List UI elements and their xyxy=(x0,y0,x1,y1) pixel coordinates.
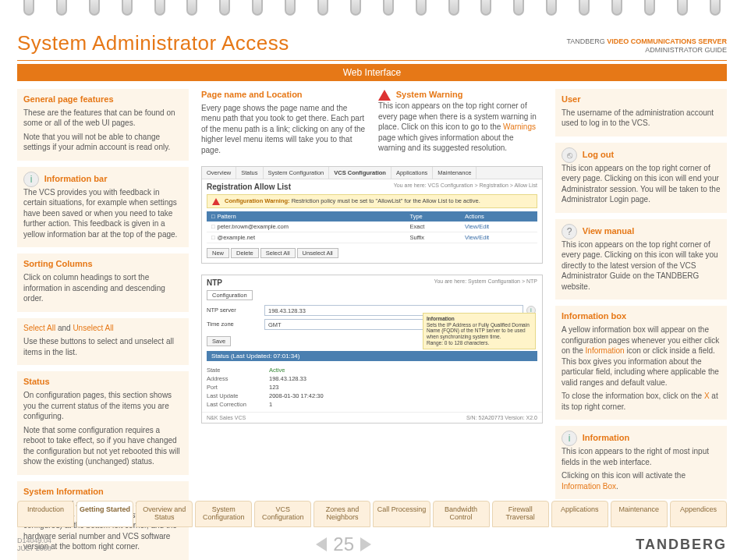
status-row: Port123 xyxy=(207,383,537,392)
link-information[interactable]: Information xyxy=(586,346,625,355)
column-header[interactable]: Actions xyxy=(460,211,537,222)
information-box: Information Sets the IP Address or Fully… xyxy=(423,313,536,349)
label-time-zone: Time zone xyxy=(207,321,261,328)
new-button[interactable]: New xyxy=(207,248,229,258)
doc-info: D14049.04JULY 2008 xyxy=(17,537,51,552)
block-page-name-location: Page name and Location Every page shows … xyxy=(201,89,366,158)
heading-logout: Log out xyxy=(583,149,614,158)
link-unselect-all[interactable]: Unselect All xyxy=(73,324,113,332)
nav-tab-getting-started[interactable]: Getting Started xyxy=(76,501,133,527)
nav-tab[interactable]: Maintenance xyxy=(433,167,477,179)
action-link[interactable]: View/Edit xyxy=(460,222,537,232)
nav-tab-system-configuration[interactable]: System Configuration xyxy=(195,501,252,527)
screenshot-allow-list: OverviewStatusSystem ConfigurationVCS Co… xyxy=(201,166,543,264)
help-icon: ? xyxy=(562,224,577,239)
status-row: StateActive xyxy=(207,366,537,374)
block-status: Status On configuration pages, this sect… xyxy=(17,371,189,474)
nav-tab-appendices[interactable]: Appendices xyxy=(670,501,727,527)
doc-header-right: TANDBERG VIDEO COMMUNICATIONS SERVER ADM… xyxy=(566,37,727,55)
logout-icon: ⎋ xyxy=(562,147,577,163)
page-number: 25 xyxy=(333,533,354,555)
heading-sorting: Sorting Columns xyxy=(23,258,182,270)
next-page-arrow-icon[interactable] xyxy=(360,537,371,551)
link-warnings[interactable]: Warnings xyxy=(503,122,536,131)
nav-tab[interactable]: System Configuration xyxy=(264,167,330,179)
heading-user: User xyxy=(562,94,721,105)
info-icon: i xyxy=(23,172,39,187)
screenshot-ntp: You are here: System Configuration > NTP… xyxy=(201,275,543,424)
status-bar: Status (Last Updated: 07:01:34) xyxy=(207,351,537,361)
section-bar: Web Interface xyxy=(17,64,727,81)
cell: @example.net xyxy=(207,232,405,243)
label-ntp-server: NTP server xyxy=(207,307,261,314)
select-all-button[interactable]: Select All xyxy=(260,248,296,258)
link-information-box[interactable]: Information Box xyxy=(562,482,616,491)
heading-sysinfo: System Information xyxy=(23,486,182,498)
unselect-all-button[interactable]: Unselect All xyxy=(297,248,338,258)
page-title: System Administrator Access xyxy=(17,31,289,55)
allow-list-table: PatternTypeActions peter.brown@example.c… xyxy=(207,211,537,243)
heading-infobox: Information box xyxy=(562,310,721,322)
link-select-all[interactable]: Select All xyxy=(23,324,55,332)
status-row: Last Correction1 xyxy=(207,400,537,409)
heading-general: General page features xyxy=(23,94,182,105)
heading-status: Status xyxy=(23,376,182,388)
nav-tab-firewall-traversal[interactable]: Firewall Traversal xyxy=(492,501,549,527)
block-general-features: General page features These are the feat… xyxy=(17,89,189,161)
cell: Exact xyxy=(405,222,460,232)
system-name: N&K Sales VCS xyxy=(207,415,246,420)
info-icon: i xyxy=(562,431,577,446)
column-header[interactable]: Pattern xyxy=(207,211,405,222)
status-row: Last Update2008-01-30 17:42:30 xyxy=(207,392,537,400)
breadcrumb: You are here: VCS Configuration > Regist… xyxy=(389,179,542,191)
ring-binding xyxy=(0,0,744,25)
block-view-manual: ? View manual This icon appears on the t… xyxy=(555,219,727,300)
nav-tab-zones-and-neighbors[interactable]: Zones and Neighbors xyxy=(314,501,370,527)
nav-tab-vcs-configuration[interactable]: VCS Configuration xyxy=(254,501,311,527)
cell: peter.brown@example.com xyxy=(207,222,405,232)
heading-manual: View manual xyxy=(583,225,634,235)
status-row: Address198.43.128.33 xyxy=(207,374,537,383)
block-information-box: Information box A yellow information box… xyxy=(555,306,727,420)
tab-configuration[interactable]: Configuration xyxy=(207,290,253,300)
nav-tab[interactable]: Applications xyxy=(391,167,433,179)
block-sorting-columns: Sorting Columns Click on column headings… xyxy=(17,253,189,311)
nav-tab-introduction[interactable]: Introduction xyxy=(17,501,74,527)
cell: Suffix xyxy=(405,232,460,243)
nav-tab-applications[interactable]: Applications xyxy=(551,501,608,527)
nav-tab[interactable]: VCS Configuration xyxy=(329,167,391,179)
nav-tab[interactable]: Overview xyxy=(202,167,236,179)
pager: 25 xyxy=(316,533,371,555)
block-logout: ⎋ Log out This icon appears on the top r… xyxy=(555,143,727,213)
block-select-all: Select All and Unselect All Use these bu… xyxy=(17,318,189,366)
block-information: i Information This icon appears to the r… xyxy=(555,426,727,499)
block-system-warning: System Warning This icon appears on the … xyxy=(378,89,543,158)
nav-tab-maintenance[interactable]: Maintenance xyxy=(611,501,668,527)
column-header[interactable]: Type xyxy=(405,211,460,222)
config-warning-bar: Configuration Warning: Restriction polic… xyxy=(207,194,537,208)
warning-icon xyxy=(378,90,391,101)
heading-syswarn: System Warning xyxy=(396,90,463,99)
system-version: S/N: 52A20773 Version: X2.0 xyxy=(466,415,537,420)
heading-pagename: Page name and Location xyxy=(201,89,366,101)
nav-tab-call-processing[interactable]: Call Processing xyxy=(373,501,430,527)
save-button[interactable]: Save xyxy=(207,336,231,346)
heading-information: Information xyxy=(583,433,630,442)
table-row: @example.netSuffixView/Edit xyxy=(207,232,537,243)
breadcrumb: You are here: System Configuration > NTP xyxy=(429,275,542,287)
brand-logo: TANDBERG xyxy=(636,537,727,553)
table-row: peter.brown@example.comExactView/Edit xyxy=(207,222,537,232)
warning-icon xyxy=(212,198,220,205)
link-close-x[interactable]: X xyxy=(704,392,710,400)
block-information-bar: i Information bar The VCS provides you w… xyxy=(17,167,189,248)
delete-button[interactable]: Delete xyxy=(231,248,259,258)
nav-tab-overview-and-status[interactable]: Overview and Status xyxy=(136,501,193,527)
block-user: User The username of the administration … xyxy=(555,89,727,136)
nav-tab[interactable]: Status xyxy=(236,167,263,179)
nav-tab-bandwidth-control[interactable]: Bandwidth Control xyxy=(433,501,490,527)
heading-info-bar: Information bar xyxy=(44,173,108,183)
action-link[interactable]: View/Edit xyxy=(460,232,537,243)
prev-page-arrow-icon[interactable] xyxy=(316,537,327,551)
status-table: StateActiveAddress198.43.128.33Port123La… xyxy=(207,366,537,409)
